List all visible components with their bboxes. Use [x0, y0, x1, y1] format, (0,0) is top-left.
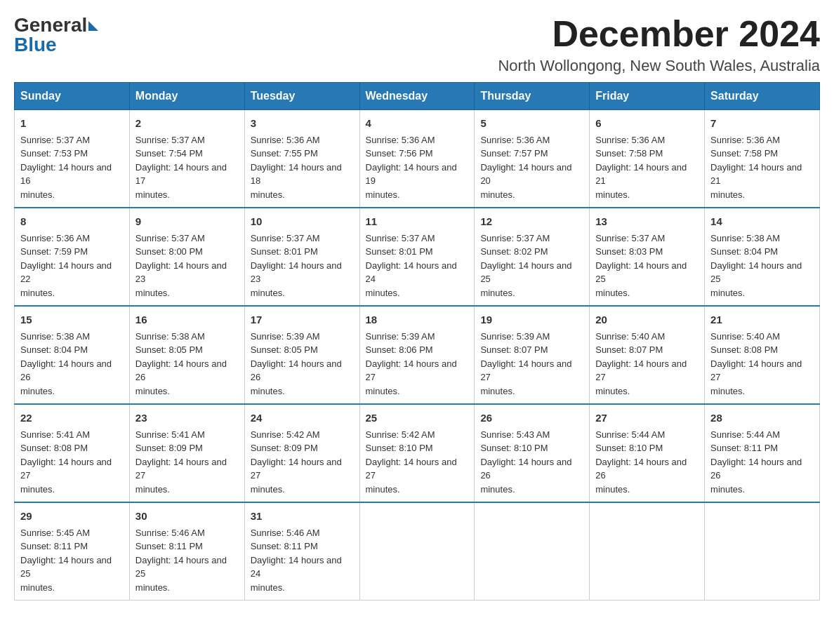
- calendar-week-row: 8 Sunrise: 5:36 AMSunset: 7:59 PMDayligh…: [15, 208, 820, 306]
- calendar-week-row: 22 Sunrise: 5:41 AMSunset: 8:08 PMDaylig…: [15, 404, 820, 502]
- day-details: Sunrise: 5:40 AMSunset: 8:07 PMDaylight:…: [595, 330, 699, 398]
- day-number: 11: [366, 214, 469, 230]
- calendar-cell: 19 Sunrise: 5:39 AMSunset: 8:07 PMDaylig…: [475, 306, 590, 404]
- day-details: Sunrise: 5:37 AMSunset: 7:54 PMDaylight:…: [135, 133, 239, 202]
- day-number: 4: [366, 116, 469, 132]
- day-details: Sunrise: 5:45 AMSunset: 8:11 PMDaylight:…: [20, 526, 124, 595]
- weekday-header-friday: Friday: [590, 83, 705, 110]
- calendar-cell: 4 Sunrise: 5:36 AMSunset: 7:56 PMDayligh…: [359, 110, 475, 208]
- day-number: 20: [595, 312, 699, 328]
- day-number: 21: [710, 312, 814, 328]
- day-number: 10: [251, 214, 354, 230]
- calendar-cell: 31 Sunrise: 5:46 AMSunset: 8:11 PMDaylig…: [244, 502, 359, 601]
- calendar-cell: [475, 502, 590, 601]
- day-number: 28: [710, 410, 814, 427]
- day-details: Sunrise: 5:37 AMSunset: 8:02 PMDaylight:…: [480, 232, 583, 300]
- day-details: Sunrise: 5:46 AMSunset: 8:11 PMDaylight:…: [251, 526, 354, 595]
- calendar-cell: 26 Sunrise: 5:43 AMSunset: 8:10 PMDaylig…: [475, 404, 590, 502]
- day-number: 8: [20, 214, 124, 230]
- calendar-cell: 15 Sunrise: 5:38 AMSunset: 8:04 PMDaylig…: [15, 306, 130, 404]
- day-number: 2: [135, 116, 239, 132]
- calendar-cell: 30 Sunrise: 5:46 AMSunset: 8:11 PMDaylig…: [129, 502, 244, 601]
- day-details: Sunrise: 5:36 AMSunset: 7:59 PMDaylight:…: [20, 232, 124, 300]
- calendar-cell: [590, 502, 705, 601]
- calendar-week-row: 29 Sunrise: 5:45 AMSunset: 8:11 PMDaylig…: [15, 502, 820, 601]
- weekday-header-thursday: Thursday: [475, 83, 590, 110]
- day-details: Sunrise: 5:46 AMSunset: 8:11 PMDaylight:…: [135, 526, 239, 595]
- day-number: 23: [135, 410, 239, 427]
- day-details: Sunrise: 5:41 AMSunset: 8:09 PMDaylight:…: [135, 428, 239, 497]
- day-number: 14: [710, 214, 814, 230]
- calendar-cell: 2 Sunrise: 5:37 AMSunset: 7:54 PMDayligh…: [129, 110, 244, 208]
- calendar-cell: [705, 502, 820, 601]
- day-details: Sunrise: 5:37 AMSunset: 8:03 PMDaylight:…: [595, 232, 699, 300]
- day-details: Sunrise: 5:36 AMSunset: 7:57 PMDaylight:…: [480, 133, 583, 202]
- day-details: Sunrise: 5:41 AMSunset: 8:08 PMDaylight:…: [20, 428, 124, 497]
- calendar-cell: 7 Sunrise: 5:36 AMSunset: 7:58 PMDayligh…: [705, 110, 820, 208]
- calendar-cell: [359, 502, 475, 601]
- day-details: Sunrise: 5:37 AMSunset: 7:53 PMDaylight:…: [20, 133, 124, 202]
- day-details: Sunrise: 5:36 AMSunset: 7:56 PMDaylight:…: [366, 133, 469, 202]
- calendar-cell: 20 Sunrise: 5:40 AMSunset: 8:07 PMDaylig…: [590, 306, 705, 404]
- day-details: Sunrise: 5:38 AMSunset: 8:04 PMDaylight:…: [710, 232, 814, 300]
- day-number: 5: [480, 116, 583, 132]
- day-details: Sunrise: 5:37 AMSunset: 8:01 PMDaylight:…: [251, 232, 354, 300]
- day-details: Sunrise: 5:42 AMSunset: 8:09 PMDaylight:…: [251, 428, 354, 497]
- day-details: Sunrise: 5:43 AMSunset: 8:10 PMDaylight:…: [480, 428, 583, 497]
- calendar-cell: 12 Sunrise: 5:37 AMSunset: 8:02 PMDaylig…: [475, 208, 590, 306]
- calendar-cell: 16 Sunrise: 5:38 AMSunset: 8:05 PMDaylig…: [129, 306, 244, 404]
- day-number: 30: [135, 509, 239, 525]
- calendar-table: SundayMondayTuesdayWednesdayThursdayFrid…: [14, 82, 820, 601]
- day-details: Sunrise: 5:40 AMSunset: 8:08 PMDaylight:…: [710, 330, 814, 398]
- weekday-header-saturday: Saturday: [705, 83, 820, 110]
- calendar-cell: 5 Sunrise: 5:36 AMSunset: 7:57 PMDayligh…: [475, 110, 590, 208]
- weekday-header-wednesday: Wednesday: [359, 83, 475, 110]
- day-details: Sunrise: 5:39 AMSunset: 8:05 PMDaylight:…: [251, 330, 354, 398]
- day-number: 3: [251, 116, 354, 132]
- day-number: 7: [710, 116, 814, 132]
- day-number: 1: [20, 116, 124, 132]
- day-number: 25: [366, 410, 469, 427]
- day-number: 31: [251, 509, 354, 525]
- calendar-cell: 13 Sunrise: 5:37 AMSunset: 8:03 PMDaylig…: [590, 208, 705, 306]
- title-area: December 2024 North Wollongong, New Sout…: [498, 14, 820, 75]
- calendar-cell: 14 Sunrise: 5:38 AMSunset: 8:04 PMDaylig…: [705, 208, 820, 306]
- day-details: Sunrise: 5:44 AMSunset: 8:11 PMDaylight:…: [710, 428, 814, 497]
- day-number: 15: [20, 312, 124, 328]
- logo-triangle-icon: [88, 21, 98, 31]
- calendar-cell: 27 Sunrise: 5:44 AMSunset: 8:10 PMDaylig…: [590, 404, 705, 502]
- page-header: General Blue December 2024 North Wollong…: [14, 14, 820, 75]
- calendar-cell: 24 Sunrise: 5:42 AMSunset: 8:09 PMDaylig…: [244, 404, 359, 502]
- day-details: Sunrise: 5:38 AMSunset: 8:04 PMDaylight:…: [20, 330, 124, 398]
- day-details: Sunrise: 5:39 AMSunset: 8:07 PMDaylight:…: [480, 330, 583, 398]
- month-title: December 2024: [498, 14, 820, 54]
- calendar-week-row: 1 Sunrise: 5:37 AMSunset: 7:53 PMDayligh…: [15, 110, 820, 208]
- calendar-week-row: 15 Sunrise: 5:38 AMSunset: 8:04 PMDaylig…: [15, 306, 820, 404]
- day-number: 29: [20, 509, 124, 525]
- logo: General Blue: [14, 14, 98, 56]
- day-number: 22: [20, 410, 124, 427]
- day-number: 19: [480, 312, 583, 328]
- calendar-cell: 11 Sunrise: 5:37 AMSunset: 8:01 PMDaylig…: [359, 208, 475, 306]
- day-number: 24: [251, 410, 354, 427]
- day-number: 17: [251, 312, 354, 328]
- calendar-cell: 9 Sunrise: 5:37 AMSunset: 8:00 PMDayligh…: [129, 208, 244, 306]
- day-details: Sunrise: 5:36 AMSunset: 7:58 PMDaylight:…: [595, 133, 699, 202]
- calendar-cell: 3 Sunrise: 5:36 AMSunset: 7:55 PMDayligh…: [244, 110, 359, 208]
- weekday-header-sunday: Sunday: [15, 83, 130, 110]
- calendar-cell: 8 Sunrise: 5:36 AMSunset: 7:59 PMDayligh…: [15, 208, 130, 306]
- day-details: Sunrise: 5:37 AMSunset: 8:01 PMDaylight:…: [366, 232, 469, 300]
- day-details: Sunrise: 5:39 AMSunset: 8:06 PMDaylight:…: [366, 330, 469, 398]
- day-details: Sunrise: 5:44 AMSunset: 8:10 PMDaylight:…: [595, 428, 699, 497]
- calendar-cell: 6 Sunrise: 5:36 AMSunset: 7:58 PMDayligh…: [590, 110, 705, 208]
- calendar-cell: 25 Sunrise: 5:42 AMSunset: 8:10 PMDaylig…: [359, 404, 475, 502]
- calendar-cell: 22 Sunrise: 5:41 AMSunset: 8:08 PMDaylig…: [15, 404, 130, 502]
- weekday-header-row: SundayMondayTuesdayWednesdayThursdayFrid…: [15, 83, 820, 110]
- calendar-cell: 29 Sunrise: 5:45 AMSunset: 8:11 PMDaylig…: [15, 502, 130, 601]
- day-number: 13: [595, 214, 699, 230]
- day-number: 6: [595, 116, 699, 132]
- day-details: Sunrise: 5:37 AMSunset: 8:00 PMDaylight:…: [135, 232, 239, 300]
- calendar-cell: 10 Sunrise: 5:37 AMSunset: 8:01 PMDaylig…: [244, 208, 359, 306]
- weekday-header-monday: Monday: [129, 83, 244, 110]
- day-details: Sunrise: 5:36 AMSunset: 7:58 PMDaylight:…: [710, 133, 814, 202]
